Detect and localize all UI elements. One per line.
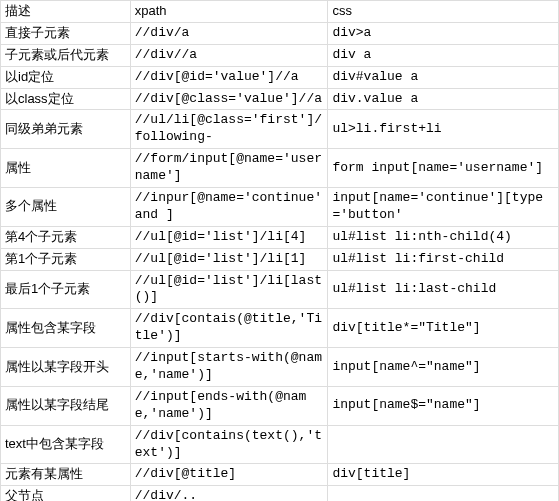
table-row: 多个属性//inpur[@name='continue' and ]input[…	[1, 188, 559, 227]
cell-css: div a	[328, 44, 559, 66]
cell-xpath: //inpur[@name='continue' and ]	[130, 188, 328, 227]
cell-desc: 父节点	[1, 486, 131, 501]
cell-desc: 属性包含某字段	[1, 309, 131, 348]
cell-css: ul#list li:nth-child(4)	[328, 226, 559, 248]
cell-desc: 属性以某字段开头	[1, 348, 131, 387]
table-row: 属性//form/input[@name='user name']form in…	[1, 149, 559, 188]
cell-xpath: //div//a	[130, 44, 328, 66]
cell-xpath: //input[starts-with(@name,'name')]	[130, 348, 328, 387]
cell-css: input[name^="name"]	[328, 348, 559, 387]
cell-desc: 同级弟弟元素	[1, 110, 131, 149]
table-row: text中包含某字段//div[contains(text(),'text')]	[1, 425, 559, 464]
cell-desc: 属性以某字段结尾	[1, 386, 131, 425]
cell-xpath: //div/a	[130, 22, 328, 44]
table-row: 子元素或后代元素//div//adiv a	[1, 44, 559, 66]
cell-xpath: //form/input[@name='user name']	[130, 149, 328, 188]
cell-css: ul#list li:last-child	[328, 270, 559, 309]
cell-xpath: //ul[@id='list']/li[4]	[130, 226, 328, 248]
table-row: 以id定位//div[@id='value']//adiv#value a	[1, 66, 559, 88]
cell-css: div#value a	[328, 66, 559, 88]
header-css: css	[328, 1, 559, 23]
table-row: 同级弟弟元素//ul/li[@class='first']/following-…	[1, 110, 559, 149]
cell-desc: 以id定位	[1, 66, 131, 88]
table-row: 以class定位//div[@class='value']//adiv.valu…	[1, 88, 559, 110]
cell-xpath: //div[@id='value']//a	[130, 66, 328, 88]
cell-css: div.value a	[328, 88, 559, 110]
table-row: 直接子元素//div/adiv>a	[1, 22, 559, 44]
cell-xpath: //div[contains(text(),'text')]	[130, 425, 328, 464]
cell-css: div[title*="Title"]	[328, 309, 559, 348]
cell-css: ul#list li:first-child	[328, 248, 559, 270]
cell-desc: 子元素或后代元素	[1, 44, 131, 66]
selector-comparison-table: 描述 xpath css 直接子元素//div/adiv>a子元素或后代元素//…	[0, 0, 559, 501]
cell-desc: 多个属性	[1, 188, 131, 227]
cell-xpath: //div[contais(@title,'Title')]	[130, 309, 328, 348]
cell-xpath: //div[@title]	[130, 464, 328, 486]
table-row: 属性包含某字段//div[contais(@title,'Title')]div…	[1, 309, 559, 348]
cell-css: form input[name='username']	[328, 149, 559, 188]
cell-desc: 第1个子元素	[1, 248, 131, 270]
cell-desc: 直接子元素	[1, 22, 131, 44]
table-row: 最后1个子元素//ul[@id='list']/li[last()]ul#lis…	[1, 270, 559, 309]
table-row: 属性以某字段结尾//input[ends-with(@name,'name')]…	[1, 386, 559, 425]
header-desc: 描述	[1, 1, 131, 23]
table-header-row: 描述 xpath css	[1, 1, 559, 23]
cell-xpath: //div/..	[130, 486, 328, 501]
cell-xpath: //ul/li[@class='first']/following-	[130, 110, 328, 149]
cell-css	[328, 486, 559, 501]
cell-desc: 第4个子元素	[1, 226, 131, 248]
cell-xpath: //input[ends-with(@name,'name')]	[130, 386, 328, 425]
cell-css: div[title]	[328, 464, 559, 486]
cell-css	[328, 425, 559, 464]
table-row: 属性以某字段开头//input[starts-with(@name,'name'…	[1, 348, 559, 387]
cell-css: input[name$="name"]	[328, 386, 559, 425]
cell-desc: 属性	[1, 149, 131, 188]
table-row: 父节点//div/..	[1, 486, 559, 501]
cell-css: ul>li.first+li	[328, 110, 559, 149]
cell-desc: 最后1个子元素	[1, 270, 131, 309]
cell-desc: 以class定位	[1, 88, 131, 110]
cell-css: div>a	[328, 22, 559, 44]
table-row: 元素有某属性//div[@title]div[title]	[1, 464, 559, 486]
cell-css: input[name='continue'][type='button'	[328, 188, 559, 227]
table-row: 第1个子元素//ul[@id='list']/li[1]ul#list li:f…	[1, 248, 559, 270]
cell-xpath: //ul[@id='list']/li[last()]	[130, 270, 328, 309]
table-row: 第4个子元素//ul[@id='list']/li[4]ul#list li:n…	[1, 226, 559, 248]
header-xpath: xpath	[130, 1, 328, 23]
cell-xpath: //ul[@id='list']/li[1]	[130, 248, 328, 270]
cell-desc: 元素有某属性	[1, 464, 131, 486]
cell-xpath: //div[@class='value']//a	[130, 88, 328, 110]
cell-desc: text中包含某字段	[1, 425, 131, 464]
